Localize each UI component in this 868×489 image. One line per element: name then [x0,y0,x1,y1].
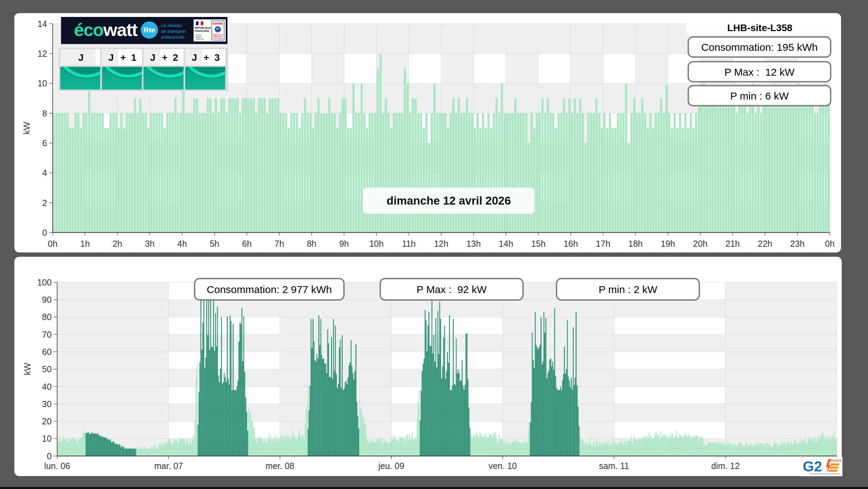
svg-text:mer. 08: mer. 08 [265,461,294,471]
svg-text:G2: G2 [803,458,822,474]
svg-text:15h: 15h [531,239,545,248]
svg-text:50: 50 [42,364,52,374]
svg-text:7h: 7h [274,239,284,248]
svg-text:18h: 18h [628,239,643,248]
svg-text:10: 10 [37,78,47,88]
svg-text:1h: 1h [80,239,90,248]
svg-text:mar. 07: mar. 07 [154,461,183,471]
svg-text:lun. 06: lun. 06 [44,461,70,471]
svg-text:Consommation: 195 kWh: Consommation: 195 kWh [701,41,818,53]
svg-text:Consommation: 2 977 kWh: Consommation: 2 977 kWh [207,284,332,295]
svg-text:40: 40 [42,382,52,392]
svg-text:J: J [192,52,197,63]
svg-text:20h: 20h [693,239,708,248]
svg-text:3: 3 [214,52,220,63]
svg-text:100: 100 [37,278,52,287]
svg-text:16h: 16h [563,239,578,248]
svg-text:+: + [120,52,126,63]
svg-text:sam. 11: sam. 11 [599,461,629,471]
svg-text:d’électricité: d’électricité [161,35,185,40]
svg-text:4: 4 [42,168,47,178]
svg-text:FRANCE: FRANCE [829,459,842,462]
svg-text:RÉPUBLIQUE: RÉPUBLIQUE [195,26,211,29]
svg-text:de transport: de transport [161,29,186,34]
svg-text:10h: 10h [369,239,384,248]
svg-text:14: 14 [37,19,47,29]
svg-text:30: 30 [42,399,52,409]
svg-text:23h: 23h [790,239,805,248]
svg-text:70: 70 [42,330,52,339]
svg-text:90: 90 [42,295,52,304]
svg-text:+: + [162,52,167,63]
svg-text:J: J [78,52,84,63]
svg-text:4h: 4h [177,239,187,248]
svg-text:P min : 6 kW: P min : 6 kW [730,90,789,102]
svg-text:3h: 3h [145,239,155,248]
svg-text:Rte: Rte [143,26,155,34]
svg-text:FRANÇAISE: FRANÇAISE [195,29,209,32]
svg-text:2: 2 [173,52,178,63]
svg-text:Fraternité: Fraternité [196,38,204,40]
svg-text:12h: 12h [434,239,448,248]
svg-text:6h: 6h [242,239,252,248]
svg-text:8: 8 [42,109,47,118]
svg-text:+: + [204,52,209,63]
svg-text:jeu. 09: jeu. 09 [378,461,404,471]
svg-text:10: 10 [42,434,52,443]
svg-text:80: 80 [42,312,52,322]
svg-text:kW: kW [22,122,31,135]
svg-text:J: J [109,52,114,63]
svg-text:8h: 8h [307,239,317,248]
svg-text:9h: 9h [339,239,349,248]
svg-text:12: 12 [37,49,47,58]
svg-text:60: 60 [42,347,52,357]
svg-text:Le réseau: Le réseau [161,23,182,28]
svg-text:0: 0 [42,228,47,237]
svg-text:ÉCOLOGIQUE: ÉCOLOGIQUE [213,37,223,39]
svg-text:écowatt: écowatt [74,20,138,40]
svg-text:P Max : 92 kW: P Max : 92 kW [417,284,487,295]
svg-text:1: 1 [131,52,137,63]
svg-text:P min : 2 kW: P min : 2 kW [599,284,657,295]
svg-text:2: 2 [42,198,47,208]
svg-text:P Max : 12 kW: P Max : 12 kW [725,66,795,78]
svg-text:dimanche 12 avril 2026: dimanche 12 avril 2026 [386,194,511,207]
svg-text:14h: 14h [499,239,513,248]
svg-text:J: J [150,52,156,63]
svg-text:0h: 0h [825,239,834,248]
svg-text:0h: 0h [48,239,57,248]
svg-text:6: 6 [42,138,47,148]
svg-text:LHB-site-L358: LHB-site-L358 [727,22,792,33]
svg-text:2h: 2h [113,239,122,248]
svg-text:19h: 19h [661,239,675,248]
svg-text:ADEME: ADEME [213,22,223,25]
svg-text:20: 20 [42,416,52,426]
svg-text:22h: 22h [758,239,772,248]
svg-text:kW: kW [22,363,32,376]
svg-text:13h: 13h [466,239,481,248]
svg-text:Optimisation des ressources én: Optimisation des ressources énergétiques [810,473,841,475]
svg-text:11h: 11h [402,239,416,248]
svg-text:ven. 10: ven. 10 [488,461,517,471]
svg-text:21h: 21h [726,239,740,248]
svg-text:17h: 17h [596,239,610,248]
svg-text:5h: 5h [210,239,220,248]
svg-text:dim. 12: dim. 12 [711,461,740,471]
svg-text:0: 0 [47,451,52,461]
